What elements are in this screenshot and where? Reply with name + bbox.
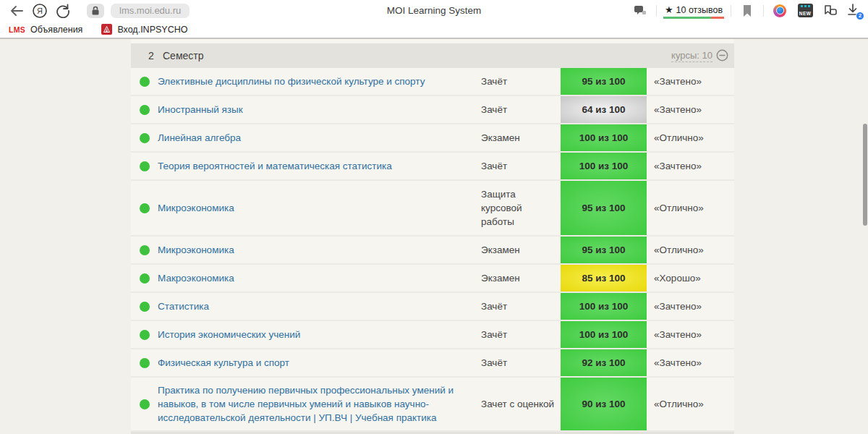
- exam-type: Экзамен: [481, 237, 561, 263]
- url-text: lms.moi.edu.ru: [119, 5, 181, 16]
- exam-type: Экзамен: [481, 124, 561, 151]
- status-dot: [140, 133, 150, 143]
- lock-icon: [91, 6, 100, 15]
- status-dot: [140, 77, 150, 87]
- extension-new-button[interactable]: NEW: [796, 2, 814, 20]
- score-badge: 100 из 100: [561, 293, 647, 320]
- course-link[interactable]: История экономических учений: [158, 322, 481, 347]
- scrollbar-track[interactable]: [862, 39, 868, 434]
- score-badge: 90 из 100: [561, 378, 647, 430]
- lms-page: 2 Семестр курсы: 10 Элективные дисциплин…: [0, 39, 868, 434]
- course-link[interactable]: Иностранный язык: [158, 97, 481, 122]
- scrollbar-thumb[interactable]: [863, 124, 867, 226]
- status-cell: [131, 245, 158, 255]
- score-badge: 64 из 100: [561, 96, 647, 123]
- course-row: История экономических учений Зачёт 100 и…: [131, 321, 734, 349]
- yandex-search-button[interactable]: Я: [30, 2, 49, 20]
- grade-text: «Отлично»: [647, 244, 734, 255]
- section-title: Семестр: [163, 50, 204, 61]
- score-badge: 95 из 100: [561, 181, 647, 235]
- minus-circle-icon[interactable]: [716, 49, 728, 61]
- grade-text: «Хорошо»: [647, 273, 734, 284]
- status-cell: [131, 273, 158, 284]
- grade-text: «Зачтено»: [647, 161, 734, 171]
- bookmark-label: Вход.INPSYCHO: [117, 25, 187, 35]
- exam-type: Зачет с оценкой: [481, 391, 561, 417]
- extension-lens-button[interactable]: [770, 2, 789, 20]
- semester-2-header: 2 Семестр курсы: 10: [131, 43, 734, 68]
- toolbar-divider: [763, 5, 764, 17]
- score-badge: 95 из 100: [561, 68, 647, 95]
- status-dot: [140, 161, 150, 171]
- status-dot: [140, 302, 150, 312]
- course-link[interactable]: Практика по получению первичных професси…: [158, 378, 481, 430]
- reviews-rating-button[interactable]: ★ 10 отзывов: [663, 3, 724, 19]
- exam-type: Экзамен: [481, 265, 561, 292]
- course-row: Микроэкономика Защита курсовой работы 95…: [131, 181, 734, 237]
- bookmarks-bar: LMS Объявления Вход.INPSYCHO: [0, 21, 868, 38]
- status-cell: [131, 105, 158, 115]
- collections-button[interactable]: [821, 2, 840, 20]
- score-badge: 92 из 100: [561, 349, 647, 376]
- exam-type: Зачёт: [481, 96, 561, 123]
- course-row: Линейная алгебра Экзамен 100 из 100 «Отл…: [131, 124, 734, 153]
- course-link[interactable]: Статистика: [158, 294, 481, 319]
- site-safety-button[interactable]: [87, 4, 104, 18]
- refresh-button[interactable]: [54, 2, 72, 20]
- grade-text: «Отлично»: [647, 132, 734, 143]
- course-link[interactable]: Физическая культура и спорт: [158, 350, 481, 375]
- course-row: Статистика Зачёт 100 из 100 «Зачтено»: [131, 293, 734, 321]
- browser-toolbar: Я lms.moi.edu.ru MOI Learning System: [0, 0, 868, 21]
- status-cell: [131, 302, 158, 312]
- exam-type: Зачёт: [481, 153, 561, 179]
- bookmark-label: Объявления: [30, 25, 82, 35]
- reviews-chat-button[interactable]: [631, 2, 650, 20]
- extension-new-icon: NEW: [798, 4, 813, 17]
- grade-text: «Зачтено»: [647, 76, 734, 87]
- course-row: Физическая культура и спорт Зачёт 92 из …: [131, 349, 734, 378]
- grade-text: «Зачтено»: [647, 301, 734, 312]
- back-icon: [9, 5, 24, 17]
- score-badge: 100 из 100: [561, 153, 647, 179]
- bookmark-item-inpsycho[interactable]: Вход.INPSYCHO: [101, 24, 187, 35]
- exam-type: Защита курсовой работы: [481, 181, 561, 235]
- exam-type: Зачёт: [481, 293, 561, 320]
- status-cell: [131, 161, 158, 171]
- bookmark-item-announcements[interactable]: LMS Объявления: [9, 25, 82, 35]
- reviews-chat-icon: [633, 4, 647, 17]
- course-row: Микроэкономика Экзамен 95 из 100 «Отличн…: [131, 237, 734, 265]
- exam-type: Зачёт: [481, 321, 561, 348]
- score-badge: 85 из 100: [561, 265, 647, 292]
- lms-logo: LMS: [9, 25, 25, 34]
- address-bar[interactable]: lms.moi.edu.ru: [111, 4, 190, 18]
- status-cell: [131, 203, 158, 213]
- grade-text: «Отлично»: [647, 203, 734, 213]
- bookmark-flag-icon: [742, 4, 752, 17]
- course-link[interactable]: Макроэкономика: [158, 265, 481, 291]
- toolbar-divider: [656, 5, 657, 17]
- course-row: Элективные дисциплины по физической куль…: [131, 68, 734, 96]
- semester-2-courses-toggle[interactable]: курсы: 10: [671, 49, 728, 63]
- status-dot: [140, 273, 150, 284]
- course-row: Иностранный язык Зачёт 64 из 100 «Зачтен…: [131, 96, 734, 124]
- grade-text: «Зачтено»: [647, 104, 734, 115]
- section-number: 2: [148, 50, 163, 61]
- gradebook-table: 2 Семестр курсы: 10 Элективные дисциплин…: [131, 39, 734, 434]
- status-dot: [140, 245, 150, 255]
- course-link[interactable]: Элективные дисциплины по физической куль…: [158, 69, 481, 94]
- courses-counter: курсы: 10: [671, 49, 712, 63]
- yandex-search-icon: Я: [32, 3, 48, 19]
- status-cell: [131, 77, 158, 87]
- course-link[interactable]: Микроэкономика: [158, 195, 481, 221]
- course-link[interactable]: Микроэкономика: [158, 237, 481, 263]
- bookmark-page-button[interactable]: [738, 2, 757, 20]
- status-cell: [131, 358, 158, 368]
- back-button[interactable]: [7, 2, 26, 20]
- course-link[interactable]: Линейная алгебра: [158, 125, 481, 150]
- status-dot: [140, 203, 150, 213]
- course-rows: Элективные дисциплины по физической куль…: [131, 68, 734, 432]
- status-dot: [140, 399, 150, 409]
- course-link[interactable]: Теория вероятностей и математическая ста…: [158, 153, 481, 179]
- status-dot: [140, 105, 150, 115]
- downloads-button[interactable]: 2: [846, 2, 862, 20]
